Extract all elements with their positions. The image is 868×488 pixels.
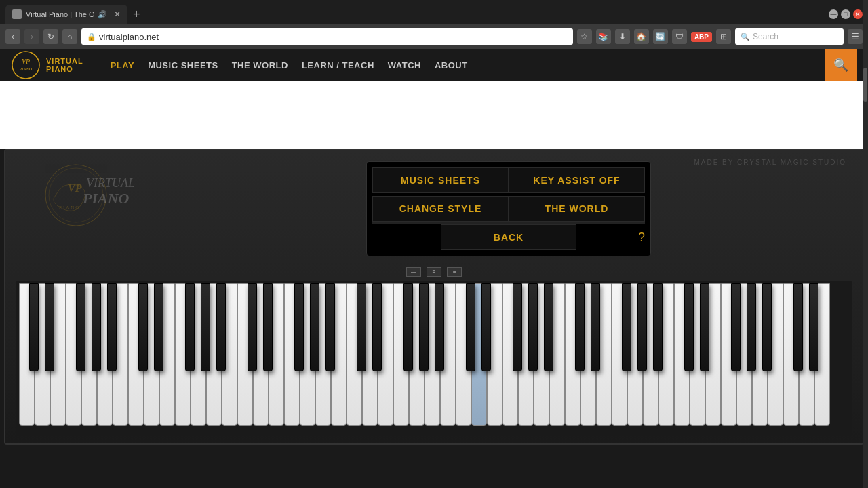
logo-line2: PIANO [46,65,83,73]
piano-container: MADE BY CRYSTAL MAGIC STUDIO [5,150,863,443]
black-key[interactable] [762,283,772,371]
menu-back-row: BACK ? [372,224,645,250]
black-key[interactable] [357,283,366,371]
black-key[interactable] [684,283,694,371]
black-key[interactable] [466,283,475,371]
black-key[interactable] [419,283,429,371]
tab-title: Virtual Piano | The Ori... [26,10,94,18]
home-button[interactable]: ⌂ [62,29,77,44]
scrollbar[interactable] [863,0,868,488]
black-key[interactable] [45,283,54,371]
black-key[interactable] [107,283,117,371]
grid-button[interactable]: ⊞ [716,29,731,44]
nav-watch[interactable]: WATCH [388,60,421,70]
search-icon: 🔍 [833,58,848,73]
logo-image: VP PIANO [11,50,41,80]
ctrl-equal-button[interactable]: = [447,267,462,277]
menu-panel: MUSIC SHEETS KEY ASSIST OFF CHANGE STYLE… [366,161,651,256]
help-button[interactable]: ? [638,230,645,245]
back-button[interactable]: BACK [441,224,576,250]
black-key[interactable] [591,283,600,371]
bookmarks-button[interactable]: 📚 [596,29,611,44]
browser-chrome: Virtual Piano | The Ori... 🔊 ✕ + — □ ✕ ‹… [0,0,868,49]
svg-text:VIRTUAL: VIRTUAL [86,176,135,190]
ctrl-minus-button[interactable]: — [406,267,421,277]
back-button[interactable]: ‹ [5,29,20,44]
home2-button[interactable]: 🏠 [634,29,649,44]
nav-the-world[interactable]: THE WORLD [232,60,288,70]
site-search-button[interactable]: 🔍 [825,49,857,81]
address-bar[interactable]: 🔒 virtualpiano.net [81,28,573,45]
black-key[interactable] [653,283,663,371]
black-key[interactable] [372,283,382,371]
tab-bar: Virtual Piano | The Ori... 🔊 ✕ + — □ ✕ [0,0,868,24]
page-content-area [0,81,868,149]
menu-button[interactable]: ☰ [848,29,863,44]
active-tab[interactable]: Virtual Piano | The Ori... 🔊 ✕ [5,5,127,24]
black-key[interactable] [700,283,709,371]
site-logo[interactable]: VP PIANO VIRTUAL PIANO [11,50,83,80]
black-key[interactable] [138,283,148,371]
nav-about[interactable]: ABOUT [435,60,468,70]
controls-row: — ≡ = [16,264,852,279]
mute-icon[interactable]: 🔊 [98,10,107,19]
black-key[interactable] [248,283,257,371]
the-world-button[interactable]: THE WORLD [509,196,645,222]
black-key[interactable] [201,283,210,371]
svg-text:VP: VP [22,58,30,65]
black-key[interactable] [731,283,741,371]
black-key[interactable] [528,283,538,371]
piano-keyboard[interactable] [16,281,852,436]
maximize-button[interactable]: □ [841,9,850,19]
svg-text:PIANO: PIANO [20,67,33,71]
key-assist-button[interactable]: KEY ASSIST OFF [509,167,645,193]
change-style-button[interactable]: CHANGE STYLE [372,196,509,222]
nav-play[interactable]: PLAY [111,60,134,70]
black-key[interactable] [263,283,273,371]
adblock-button[interactable]: ABP [691,32,712,42]
piano-app-logo: VP PIANO VIRTUAL PIANO [22,161,157,232]
site-nav: VP PIANO VIRTUAL PIANO PLAY MUSIC SHEETS… [0,49,868,81]
search-box[interactable]: 🔍 Search [735,28,844,45]
black-key[interactable] [793,283,803,371]
tab-favicon [12,9,22,19]
black-key[interactable] [92,283,101,371]
black-key[interactable] [29,283,39,371]
black-key[interactable] [747,283,756,371]
black-key[interactable] [481,283,491,371]
refresh-button[interactable]: ↻ [43,29,58,44]
black-key[interactable] [622,283,631,371]
scrollbar-thumb[interactable] [863,68,867,102]
music-sheets-button[interactable]: MUSIC SHEETS [372,167,509,193]
sync-button[interactable]: 🔄 [653,29,668,44]
black-key[interactable] [76,283,85,371]
minimize-button[interactable]: — [829,9,838,19]
download-button[interactable]: ⬇ [615,29,630,44]
black-key[interactable] [809,283,818,371]
close-button[interactable]: ✕ [853,9,863,19]
black-key[interactable] [216,283,226,371]
black-key[interactable] [326,283,335,371]
watermark-text: MADE BY CRYSTAL MAGIC STUDIO [694,159,846,166]
ctrl-menu-button[interactable]: ≡ [427,267,441,277]
black-key[interactable] [637,283,647,371]
new-tab-button[interactable]: + [133,7,140,22]
bookmark-button[interactable]: ☆ [577,29,592,44]
tab-close-button[interactable]: ✕ [114,9,121,19]
black-key[interactable] [154,283,163,371]
forward-button[interactable]: › [24,29,39,44]
nav-learn-teach[interactable]: LEARN / TEACH [302,60,374,70]
svg-point-0 [12,52,39,79]
black-key[interactable] [403,283,413,371]
black-key[interactable] [513,283,522,371]
black-key[interactable] [310,283,319,371]
black-key[interactable] [185,283,195,371]
shield-button[interactable]: 🛡 [672,29,687,44]
menu-row-1: MUSIC SHEETS KEY ASSIST OFF [372,167,645,193]
nav-music-sheets[interactable]: MUSIC SHEETS [148,60,218,70]
black-key[interactable] [294,283,304,371]
black-key[interactable] [544,283,553,371]
piano-app: MADE BY CRYSTAL MAGIC STUDIO [4,149,864,445]
black-key[interactable] [435,283,444,371]
black-key[interactable] [575,283,585,371]
